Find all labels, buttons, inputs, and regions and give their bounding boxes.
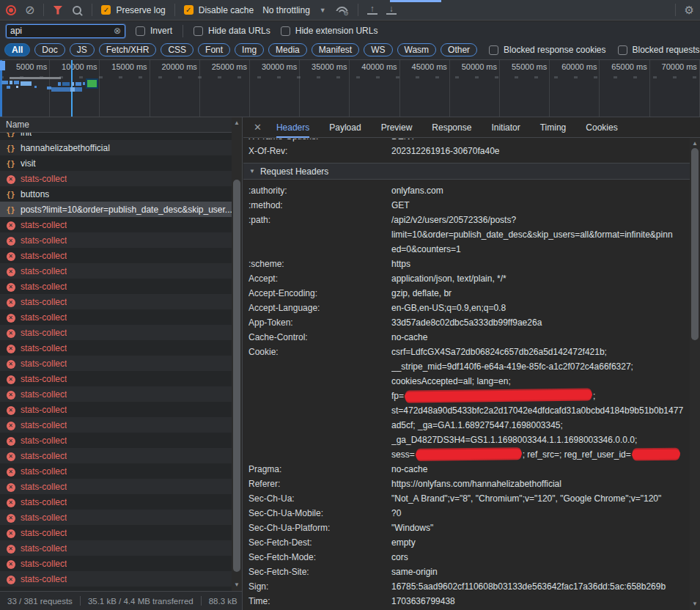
header-name: :scheme:	[248, 257, 391, 271]
header-value-text: ed=0&counters=1	[391, 244, 461, 254]
scrollbar-thumb[interactable]	[233, 180, 240, 572]
waterfall-bar	[16, 86, 18, 88]
request-row[interactable]: stats-collect	[0, 309, 232, 325]
scrollbar-thumb[interactable]	[691, 148, 699, 340]
request-type-icon	[5, 543, 16, 554]
type-filter-pill[interactable]: Media	[268, 43, 307, 56]
request-row[interactable]: stats-collect	[0, 556, 232, 571]
request-row[interactable]: stats-collect	[0, 433, 232, 448]
scroll-down-icon[interactable]: ▼	[690, 600, 700, 609]
request-row[interactable]: init	[0, 133, 232, 140]
import-har-icon[interactable]: ↑	[367, 5, 377, 15]
header-value-text: _ga_D4827DS3H4=GS1.1.1698003344.1.1.1698…	[391, 435, 637, 445]
invert-checkbox[interactable]: Invert	[136, 26, 172, 36]
request-row[interactable]: stats-collect	[0, 479, 232, 494]
header-value-text: sess=	[391, 449, 415, 460]
details-tab[interactable]: Payload	[329, 117, 361, 138]
request-row[interactable]: stats-collect	[0, 294, 232, 309]
header-value-text: cookiesAccepted=all; lang=en;	[391, 376, 511, 386]
type-filter-pill[interactable]: Fetch/XHR	[99, 43, 157, 56]
type-filter-pill[interactable]: Manifest	[312, 43, 359, 56]
request-row[interactable]: stats-collect	[0, 248, 232, 263]
request-type-icon	[5, 235, 16, 246]
scroll-down-icon[interactable]: ▼	[232, 581, 242, 589]
request-headers-section-toggle[interactable]: ▼ Request Headers	[243, 163, 690, 180]
type-filter-pill[interactable]: Doc	[34, 43, 65, 56]
type-filter-pill[interactable]: WS	[364, 43, 392, 56]
request-row[interactable]: stats-collect	[0, 371, 232, 386]
request-row[interactable]: stats-collect	[0, 279, 232, 294]
type-filter-pill[interactable]: Other	[441, 43, 477, 56]
request-type-icon	[5, 450, 16, 461]
filter-icon[interactable]	[53, 6, 62, 15]
request-row[interactable]: stats-collect	[0, 540, 232, 556]
request-row[interactable]: stats-collect	[0, 386, 232, 402]
clear-network-log-button[interactable]: ⊘	[25, 4, 34, 16]
request-row[interactable]: stats-collect	[0, 325, 232, 340]
network-overview-timeline[interactable]: 5000 ms10000 ms15000 ms20000 ms25000 ms3…	[0, 60, 700, 117]
close-icon[interactable]: ✕	[254, 122, 262, 133]
header-value: same-origin	[391, 565, 690, 579]
type-filter-pill[interactable]: Img	[235, 43, 264, 56]
type-filter-pill[interactable]: Wasm	[397, 43, 437, 56]
request-row[interactable]: stats-collect	[0, 463, 232, 479]
request-row[interactable]: stats-collect	[0, 448, 232, 463]
waterfall-bar	[10, 81, 12, 84]
request-name: stats-collect	[21, 312, 67, 323]
type-filter-pill[interactable]: All	[4, 43, 30, 56]
request-row[interactable]: stats-collect	[0, 263, 232, 279]
request-type-icon	[5, 466, 16, 477]
toolbar-divider	[43, 4, 44, 16]
hide-data-urls-checkbox[interactable]: Hide data URLs	[194, 26, 270, 36]
type-filter-pill[interactable]: Font	[198, 43, 230, 56]
request-row[interactable]: stats-collect	[0, 571, 232, 587]
blocked-requests-checkbox[interactable]: Blocked requests	[618, 45, 700, 55]
clear-filter-icon[interactable]: ⊗	[114, 26, 121, 35]
scroll-up-icon[interactable]: ▲	[232, 119, 242, 128]
type-filter-pill[interactable]: CSS	[161, 43, 194, 56]
throttling-dropdown[interactable]: No throttling ▼	[262, 5, 326, 15]
details-tab[interactable]: Preview	[381, 117, 413, 138]
request-row[interactable]: stats-collect	[0, 525, 232, 540]
request-row[interactable]: stats-collect	[0, 417, 232, 433]
settings-gear-icon[interactable]: ⚙	[685, 4, 694, 17]
request-type-icon	[5, 573, 16, 584]
header-value: "Windows"	[391, 521, 690, 535]
request-list-scrollbar[interactable]: ▲ ▼	[232, 117, 242, 591]
details-tab[interactable]: Initiator	[491, 117, 520, 138]
request-row[interactable]: buttons	[0, 186, 232, 202]
preserve-log-label: Preserve log	[116, 5, 165, 15]
type-filter-pill[interactable]: JS	[70, 43, 95, 56]
details-tab[interactable]: Headers	[276, 117, 309, 138]
request-row[interactable]: hannahelizabethofficial	[0, 140, 232, 155]
details-tab[interactable]: Response	[432, 117, 471, 138]
request-row[interactable]: stats-collect	[0, 217, 232, 232]
request-row[interactable]: stats-collect	[0, 356, 232, 371]
export-har-icon[interactable]: ↓	[386, 5, 397, 15]
details-tab[interactable]: Cookies	[586, 117, 617, 138]
details-scrollbar[interactable]: ▲ ▼	[690, 138, 700, 610]
request-row[interactable]: stats-collect	[0, 510, 232, 525]
request-row[interactable]: visit	[0, 155, 232, 171]
request-row[interactable]: stats-collect	[0, 232, 232, 248]
details-tab[interactable]: Timing	[540, 117, 567, 138]
header-value-text: ; ref_src=; reg_ref_user_id=	[523, 449, 631, 460]
preserve-log-checkbox[interactable]: Preserve log	[101, 5, 165, 15]
scroll-up-icon[interactable]: ▲	[690, 139, 700, 148]
request-row[interactable]: stats-collect	[0, 340, 232, 356]
request-row[interactable]: posts?limit=10&order=publish_date_desc&s…	[0, 202, 232, 217]
hide-extension-urls-checkbox[interactable]: Hide extension URLs	[281, 26, 378, 36]
filter-input[interactable]: api ⊗	[6, 24, 125, 38]
request-row[interactable]: stats-collect	[0, 402, 232, 417]
request-row[interactable]: stats-collect	[0, 171, 232, 186]
request-row[interactable]: stats-collect	[0, 494, 232, 510]
search-icon[interactable]	[71, 4, 83, 16]
request-type-icon	[5, 133, 16, 138]
header-name: X-Of-Rev:	[248, 144, 391, 158]
blocked-response-cookies-checkbox[interactable]: Blocked response cookies	[489, 45, 605, 55]
disable-cache-checkbox[interactable]: Disable cache	[184, 5, 254, 15]
name-column-header[interactable]: Name	[0, 117, 232, 133]
request-name: stats-collect	[21, 528, 67, 538]
network-conditions-icon[interactable]: ⚙	[335, 4, 349, 15]
record-network-log-button[interactable]	[6, 5, 16, 15]
